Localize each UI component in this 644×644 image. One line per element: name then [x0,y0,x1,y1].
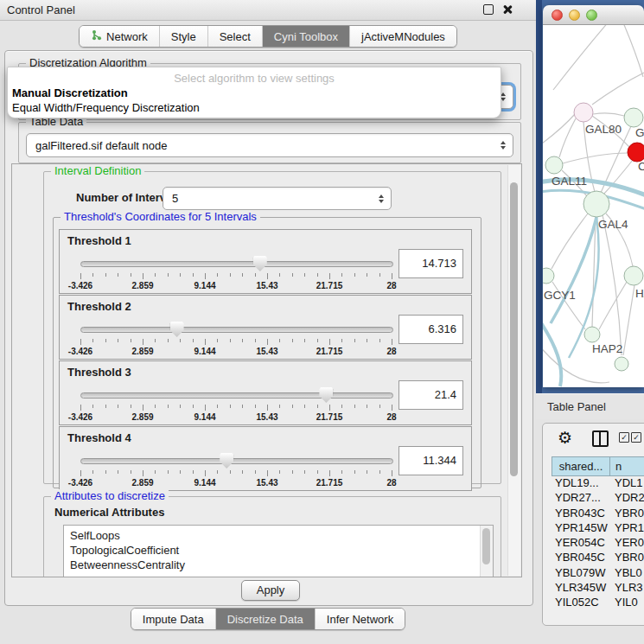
vertical-scrollbar[interactable] [507,165,520,576]
table-data-select[interactable]: galFiltered.sif default node [26,133,513,157]
scrollbar-thumb[interactable] [482,528,490,564]
table-row[interactable]: YBR045CYBR0 [552,551,644,565]
network-node-red[interactable] [628,143,644,162]
list-scrollbar[interactable] [480,526,493,577]
network-graph[interactable]: GAL80GACGAL11GAL4GCY1HAHAP2 [543,25,644,387]
cell-name: YDL1 [610,476,644,491]
network-edge[interactable] [599,282,627,329]
cell-shared-name: YBL079W [552,566,610,581]
network-node-green[interactable] [545,156,563,174]
slider-track [80,392,393,399]
tab-infer-network[interactable]: Infer Network [315,609,405,629]
network-canvas[interactable]: GAL80GACGAL11GAL4GCY1HAHAP2 [543,25,644,387]
list-item[interactable]: BetweennessCentrality [64,558,493,572]
slider-thumb[interactable] [220,453,233,469]
tick-mark [279,273,280,277]
network-edge[interactable] [553,25,609,90]
tick-mark [193,470,194,474]
checkbox-icon[interactable]: ✓ [631,432,641,443]
list-item[interactable]: SelfLoops [64,528,493,543]
table-row[interactable]: YPR145WYPR1 [552,521,644,536]
scale-label: 21.715 [316,412,343,422]
scale-label: 2.859 [131,281,153,290]
network-edge[interactable] [559,118,576,157]
threshold-slider-4[interactable]: -3.4262.8599.14415.4321.71528 [80,456,392,488]
column-header-shared[interactable]: shared... [552,456,610,476]
checkbox-icon[interactable]: ✓ [619,432,629,443]
list-item[interactable]: TopologicalCoefficient [64,543,493,558]
tick-mark [155,470,156,474]
table-row[interactable]: YDL19...YDL1 [552,476,644,491]
algorithm-option-equal-width[interactable]: Equal Width/Frequency Discretization [8,100,501,115]
apply-button[interactable]: Apply [241,580,300,601]
number-of-intervals-select[interactable]: 5 [163,187,392,210]
table-row[interactable]: YBL079WYBL0 [552,566,644,581]
tab-impute-data[interactable]: Impute Data [131,609,215,629]
threshold-value-field[interactable]: 6.316 [399,315,463,344]
threshold-slider-1[interactable]: -3.4262.8599.14415.4321.71528 [80,259,392,290]
threshold-value-field[interactable]: 11.344 [399,446,463,475]
slider-track [80,327,393,333]
float-window-icon[interactable] [483,4,494,15]
network-node-green[interactable] [624,108,643,127]
zoom-traffic-light-icon[interactable] [586,10,597,21]
tab-jactivemnodules[interactable]: jActiveMNodules [349,26,456,47]
tick-mark [80,405,81,411]
network-edge[interactable] [622,25,643,77]
tab-select[interactable]: Select [207,26,262,47]
column-header-name[interactable]: n [610,456,644,476]
threshold-slider-3[interactable]: -3.4262.8599.14415.4321.71528 [80,391,392,422]
close-traffic-light-icon[interactable] [552,10,563,21]
threshold-label: Threshold 2 [67,300,131,313]
algorithm-option-manual[interactable]: Manual Discretization [8,86,501,100]
slider-thumb[interactable] [170,322,184,337]
tick-mark [118,470,118,474]
scale-label: -3.426 [68,412,92,422]
network-edge[interactable] [593,113,624,116]
threshold-value-field[interactable]: 14.713 [399,249,463,278]
scale-label: 28 [386,347,396,356]
tick-mark [367,405,367,408]
tick-mark [392,339,392,345]
minimize-traffic-light-icon[interactable] [569,10,580,21]
network-node-green[interactable] [583,191,609,217]
tab-discretize-data[interactable]: Discretize Data [215,609,315,629]
threshold-value-field[interactable]: 21.4 [399,380,463,410]
tick-mark [304,273,305,277]
scrollbar-thumb[interactable] [510,182,518,476]
tick-mark [230,405,231,408]
tab-label: Style [171,30,196,43]
table-row[interactable]: YBR043CYBR0 [552,507,644,521]
tick-mark [168,405,169,408]
tab-cyni-toolbox[interactable]: Cyni Toolbox [262,26,349,47]
table-row[interactable]: YLR345WYLR3 [552,581,644,596]
table-row[interactable]: YIL052CYIL0 [552,596,644,610]
network-node-green[interactable] [615,357,628,371]
network-node-pink[interactable] [574,103,593,122]
tab-style[interactable]: Style [159,26,207,47]
tick-mark [217,339,218,342]
network-edge[interactable] [592,73,644,105]
network-edge[interactable] [603,215,622,355]
threshold-label: Threshold 4 [67,431,131,444]
network-edge[interactable] [623,285,634,355]
threshold-slider-2[interactable]: -3.4262.8599.14415.4321.71528 [80,325,392,356]
network-node-green[interactable] [624,266,643,285]
slider-thumb[interactable] [253,256,267,271]
columns-icon[interactable] [592,430,609,447]
node-label-hap2: HAP2 [592,342,622,355]
table-row[interactable]: YDR27...YDR2 [552,491,644,506]
tab-network[interactable]: Network [80,26,159,47]
tick-mark [217,405,218,408]
network-window-titlebar[interactable] [543,5,644,25]
spinner-arrows-icon [501,92,513,101]
algorithm-placeholder-option[interactable]: Select algorithm to view settings [8,67,501,86]
network-node-green[interactable] [543,268,554,284]
numerical-attributes-list[interactable]: SelfLoopsTopologicalCoefficientBetweenne… [63,525,494,577]
gear-icon[interactable]: ⚙ [558,427,572,450]
table-row[interactable]: YER054CYER0 [552,536,644,551]
close-icon[interactable] [502,5,512,15]
slider-thumb[interactable] [319,387,333,403]
network-node-green[interactable] [584,327,600,342]
tab-label: Discretize Data [227,613,303,626]
